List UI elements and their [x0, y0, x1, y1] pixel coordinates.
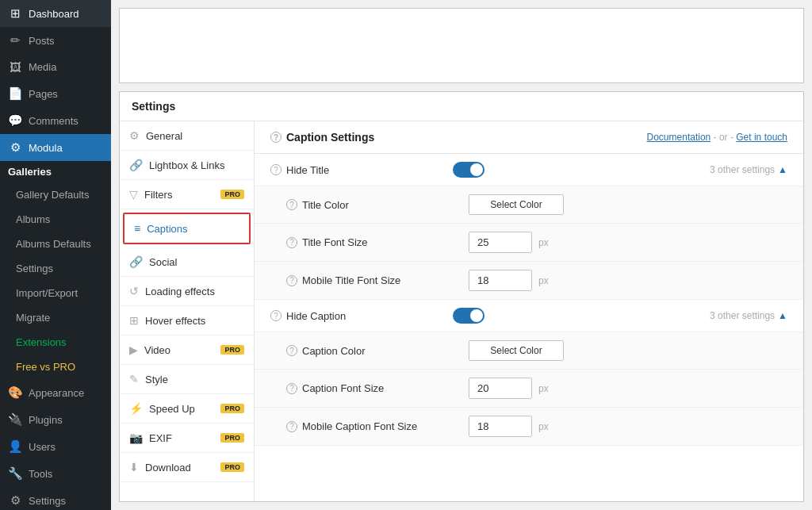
- settings-panel: Settings ⚙ General 🔗 Lightbox & Links ▽ …: [119, 91, 804, 502]
- hide-caption-other-count: 3 other settings: [710, 310, 775, 321]
- hide-title-toggle[interactable]: [453, 162, 485, 178]
- mobile-title-font-size-label-text: Mobile Title Font Size: [302, 274, 400, 286]
- sidebar-item-comments[interactable]: 💬 Comments: [0, 107, 111, 134]
- title-font-size-control: px: [469, 232, 549, 253]
- top-area: [119, 8, 804, 83]
- caption-settings-links: Documentation - or - Get in touch: [647, 132, 787, 143]
- sidebar-label-extensions: Extensions: [16, 336, 67, 348]
- setting-row-mobile-caption-font-size: ? Mobile Caption Font Size px: [255, 408, 803, 446]
- title-font-size-input[interactable]: [469, 232, 532, 253]
- nav-item-style[interactable]: ✎ Style: [120, 365, 254, 394]
- hide-title-help-icon[interactable]: ?: [270, 164, 282, 175]
- hide-caption-other-settings[interactable]: 3 other settings ▲: [710, 310, 787, 321]
- comments-icon: 💬: [8, 113, 22, 128]
- nav-item-social[interactable]: 🔗 Social: [120, 247, 254, 277]
- hide-caption-control: [453, 308, 485, 324]
- sidebar-label-albums: Albums: [16, 213, 50, 225]
- title-color-help-icon[interactable]: ?: [286, 199, 297, 210]
- sidebar-item-free-vs-pro[interactable]: Free vs PRO: [0, 355, 111, 379]
- nav-item-loading-effects[interactable]: ↺ Loading effects: [120, 277, 254, 306]
- caption-font-size-help-icon[interactable]: ?: [286, 383, 297, 394]
- nav-item-video[interactable]: ▶ Video PRO: [120, 336, 254, 365]
- nav-item-captions[interactable]: ≡ Captions: [123, 213, 251, 244]
- settings-icon: ⚙: [8, 493, 22, 508]
- hide-caption-help-icon[interactable]: ?: [270, 310, 282, 321]
- caption-settings-header: ? Caption Settings Documentation - or - …: [255, 121, 803, 154]
- nav-label-social: Social: [149, 256, 177, 268]
- get-in-touch-link[interactable]: Get in touch: [736, 132, 787, 143]
- sidebar-item-settings[interactable]: Settings: [0, 256, 111, 281]
- hide-title-other-settings[interactable]: 3 other settings ▲: [710, 164, 787, 175]
- sidebar-item-import-export[interactable]: Import/Export: [0, 281, 111, 305]
- setting-row-caption-color: ? Caption Color Select Color: [255, 332, 803, 370]
- documentation-link[interactable]: Documentation: [647, 132, 711, 143]
- sidebar-label-modula: Modula: [29, 142, 63, 154]
- nav-label-hover-effects: Hover effects: [145, 315, 205, 327]
- mobile-caption-font-size-input[interactable]: [469, 416, 532, 437]
- caption-settings-title-text: Caption Settings: [286, 131, 374, 144]
- nav-label-general: General: [146, 130, 182, 142]
- sidebar-label-pages: Pages: [29, 88, 58, 100]
- sidebar-item-users[interactable]: 👤 Users: [0, 433, 111, 460]
- sidebar-item-plugins[interactable]: 🔌 Plugins: [0, 406, 111, 433]
- setting-row-mobile-title-font-size: ? Mobile Title Font Size px: [255, 262, 803, 300]
- nav-item-general[interactable]: ⚙ General: [120, 121, 254, 151]
- title-color-button[interactable]: Select Color: [469, 194, 564, 215]
- settings-header: Settings: [120, 92, 803, 121]
- nav-item-filters[interactable]: ▽ Filters PRO: [120, 180, 254, 209]
- caption-color-label-text: Caption Color: [302, 345, 366, 357]
- sidebar-item-extensions[interactable]: Extensions: [0, 330, 111, 355]
- caption-font-size-label-text: Caption Font Size: [302, 382, 384, 394]
- caption-settings-help-icon[interactable]: ?: [270, 132, 282, 143]
- hide-caption-arrow-icon: ▲: [778, 310, 787, 321]
- hide-title-label: ? Hide Title: [270, 164, 445, 176]
- nav-item-exif[interactable]: 📷 EXIF PRO: [120, 424, 254, 453]
- nav-label-exif: EXIF: [149, 432, 172, 444]
- setting-row-title-color: ? Title Color Select Color: [255, 186, 803, 224]
- or-text: - or -: [714, 132, 733, 143]
- title-font-size-help-icon[interactable]: ?: [286, 237, 297, 248]
- sidebar-label-settings: Settings: [16, 263, 53, 274]
- filters-pro-badge: PRO: [220, 190, 244, 199]
- sidebar-item-migrate[interactable]: Migrate: [0, 305, 111, 330]
- nav-item-speed-up[interactable]: ⚡ Speed Up PRO: [120, 394, 254, 424]
- caption-font-size-input[interactable]: [469, 378, 532, 399]
- nav-label-lightbox: Lightbox & Links: [149, 159, 224, 171]
- sidebar-item-settings2[interactable]: ⚙ Settings: [0, 487, 111, 510]
- sidebar-item-gallery-defaults[interactable]: Gallery Defaults: [0, 182, 111, 207]
- setting-row-hide-title: ? Hide Title 3 other settings ▲: [255, 154, 803, 186]
- caption-settings-title: ? Caption Settings: [270, 131, 374, 144]
- sidebar-item-appearance[interactable]: 🎨 Appearance: [0, 379, 111, 406]
- nav-item-hover-effects[interactable]: ⊞ Hover effects: [120, 306, 254, 336]
- sidebar-item-pages[interactable]: 📄 Pages: [0, 80, 111, 107]
- caption-color-button[interactable]: Select Color: [469, 340, 564, 361]
- sidebar-item-dashboard[interactable]: ⊞ Dashboard: [0, 0, 111, 27]
- sidebar-item-albums-defaults[interactable]: Albums Defaults: [0, 232, 111, 256]
- title-font-size-label: ? Title Font Size: [286, 236, 461, 248]
- mobile-title-font-size-help-icon[interactable]: ?: [286, 275, 297, 286]
- hide-caption-toggle[interactable]: [453, 308, 485, 324]
- users-icon: 👤: [8, 439, 22, 454]
- mobile-title-font-size-input[interactable]: [469, 270, 532, 291]
- sidebar-item-tools[interactable]: 🔧 Tools: [0, 460, 111, 487]
- sidebar-item-albums[interactable]: Albums: [0, 207, 111, 232]
- caption-color-help-icon[interactable]: ?: [286, 345, 297, 356]
- mobile-caption-font-size-help-icon[interactable]: ?: [286, 421, 297, 432]
- sidebar-item-posts[interactable]: ✏ Posts: [0, 27, 111, 54]
- caption-font-size-control: px: [469, 378, 549, 399]
- title-font-size-unit: px: [538, 237, 549, 248]
- modula-icon: ⚙: [8, 140, 22, 155]
- sidebar-item-media[interactable]: 🖼 Media: [0, 54, 111, 80]
- sidebar-label-gallery-defaults: Gallery Defaults: [16, 189, 89, 201]
- settings-body: ⚙ General 🔗 Lightbox & Links ▽ Filters P…: [120, 121, 803, 501]
- nav-item-download[interactable]: ⬇ Download PRO: [120, 453, 254, 482]
- nav-item-lightbox[interactable]: 🔗 Lightbox & Links: [120, 151, 254, 180]
- sidebar-item-modula[interactable]: ⚙ Modula: [0, 134, 111, 161]
- video-icon: ▶: [129, 343, 138, 356]
- mobile-caption-font-size-unit: px: [538, 421, 549, 432]
- hide-title-other-count: 3 other settings: [710, 164, 775, 175]
- title-color-label-text: Title Color: [302, 199, 349, 211]
- title-font-size-label-text: Title Font Size: [302, 236, 368, 248]
- sidebar-label-appearance: Appearance: [29, 387, 84, 399]
- social-icon: 🔗: [129, 255, 143, 268]
